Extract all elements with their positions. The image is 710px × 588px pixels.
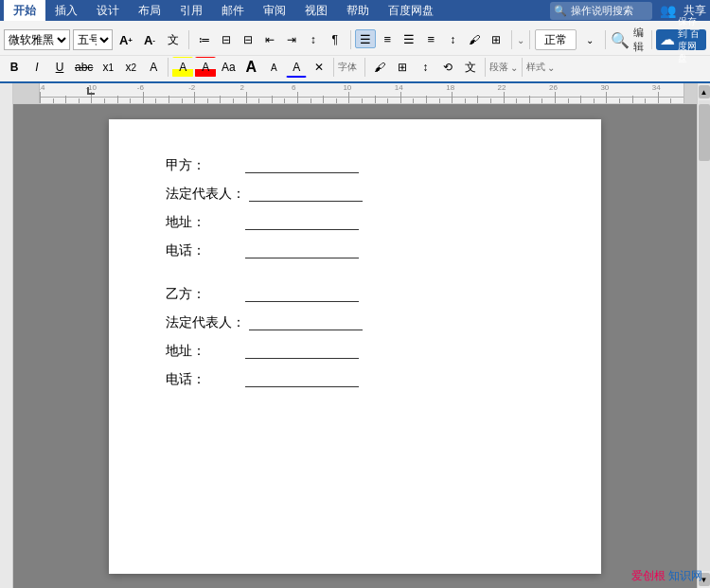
text-direction-btn[interactable]: ⟲ — [437, 57, 458, 78]
party-b-value[interactable] — [245, 286, 359, 302]
save-label: 保存到 百度网盘 — [678, 15, 702, 64]
multilevel-list-btn[interactable]: ⊟ — [238, 29, 258, 50]
tab-baidu-disk[interactable]: 百度网盘 — [379, 0, 443, 21]
sep1 — [188, 30, 189, 49]
section-gap — [166, 271, 544, 286]
scroll-thumb[interactable] — [699, 104, 710, 161]
party-a-rep-value[interactable] — [249, 186, 363, 202]
paragraph-expand-icon[interactable]: ⌄ — [517, 35, 524, 45]
scrollbar-vertical[interactable]: ▲ ▼ — [697, 83, 710, 588]
subscript-btn[interactable]: x1 — [98, 57, 118, 78]
styles-expand2-icon[interactable]: ⌄ — [547, 62, 555, 73]
document-scroll-area[interactable]: 甲方： 法定代表人： 地址： — [13, 104, 697, 588]
save-icon: ☁ — [660, 30, 675, 50]
font-large-btn[interactable]: A — [240, 57, 261, 78]
title-tabs: 开始 插入 设计 布局 引用 邮件 审阅 视图 帮助 百度网盘 — [4, 0, 443, 21]
tab-start[interactable]: 开始 — [4, 0, 45, 21]
borders-btn[interactable]: ⊞ — [486, 29, 506, 50]
search-icon: 🔍 — [554, 5, 567, 17]
strikethrough-btn[interactable]: abc — [72, 57, 96, 78]
tab-mail[interactable]: 邮件 — [212, 0, 254, 21]
party-a-addr-label: 地址： — [166, 214, 241, 231]
ribbon-area: 微软雅黑 五号 A+ A- 文 ≔ ⊟ ⊟ ⇤ ⇥ ↕ ¶ ☰ — [0, 21, 710, 83]
clear-format-btn[interactable]: ✕ — [309, 57, 329, 78]
show-formatting-btn[interactable]: ¶ — [325, 29, 346, 50]
bold-btn[interactable]: B — [4, 57, 25, 78]
edit-label: 编辑 — [633, 26, 647, 54]
font-select[interactable]: 微软雅黑 — [4, 29, 70, 50]
tab-design[interactable]: 设计 — [87, 0, 129, 21]
title-bar: 开始 插入 设计 布局 引用 邮件 审阅 视图 帮助 百度网盘 🔍 操作说明搜索… — [0, 0, 710, 21]
font-size-select[interactable]: 五号 — [73, 29, 113, 50]
underline-btn[interactable]: U — [49, 57, 70, 78]
font-size-decrease-btn[interactable]: A- — [139, 29, 160, 50]
justify-btn[interactable]: ≡ — [420, 29, 441, 48]
party-a-tel-value[interactable] — [245, 242, 359, 258]
chinese-layout-btn[interactable]: 文 — [460, 57, 481, 78]
party-b-addr-value[interactable] — [245, 343, 359, 359]
sep3 — [511, 30, 512, 49]
align-center-btn[interactable]: ≡ — [377, 29, 398, 48]
styles-group-label: 样式 — [526, 61, 545, 74]
tab-help[interactable]: 帮助 — [337, 0, 379, 21]
sep6 — [651, 30, 652, 49]
watermark-text1: 爱创根 — [631, 569, 666, 582]
tab-layout[interactable]: 布局 — [129, 0, 170, 21]
ruler-ticks: -14-10-6-22610141822263034 — [40, 83, 683, 103]
paragraph-shade-btn[interactable]: 🖌 — [464, 29, 485, 50]
line-spacing-btn[interactable]: ↕ — [442, 29, 463, 50]
highlight-btn[interactable]: A — [172, 57, 193, 78]
italic-btn[interactable]: I — [27, 57, 47, 78]
font-small-btn[interactable]: A — [263, 57, 284, 78]
ruler-right-end — [683, 83, 697, 103]
decrease-indent-btn[interactable]: ⇤ — [259, 29, 280, 50]
font-color2-btn[interactable]: A — [286, 57, 307, 78]
party-b-rep-value[interactable] — [249, 314, 363, 330]
party-a-label: 甲方： — [166, 157, 241, 174]
align-left-btn[interactable]: ☰ — [355, 29, 376, 48]
unordered-list-btn[interactable]: ≔ — [194, 29, 215, 50]
scroll-up-btn[interactable]: ▲ — [699, 85, 710, 98]
align-right-btn[interactable]: ☰ — [399, 29, 419, 48]
search-box[interactable]: 🔍 操作说明搜索 — [550, 2, 652, 20]
party-a-section: 甲方： 法定代表人： 地址： — [166, 157, 544, 259]
paragraph-group-label: 段落 — [489, 61, 508, 74]
increase-indent-btn[interactable]: ⇥ — [281, 29, 302, 50]
party-b-label: 乙方： — [166, 286, 241, 303]
text-color-btn[interactable]: A — [195, 57, 216, 78]
para-spacing-btn[interactable]: ↕ — [415, 57, 435, 78]
show-font-dialog-btn[interactable]: 文 — [163, 29, 184, 50]
tab-insert[interactable]: 插入 — [45, 0, 87, 21]
ordered-list-btn[interactable]: ⊟ — [216, 29, 237, 50]
toolbar-row2: B I U abc x1 x2 A A A Aa A A A ✕ 字体 🖌 ⊞ … — [0, 56, 710, 80]
text-effects-btn[interactable]: A — [143, 57, 164, 78]
styles-box[interactable]: 正常 — [535, 29, 577, 50]
party-a-value[interactable] — [245, 157, 359, 173]
share-button[interactable]: 👥 — [660, 3, 676, 18]
party-b-addr-line: 地址： — [166, 343, 544, 360]
content-area: -14-10-6-22610141822263034 甲方： — [0, 83, 710, 588]
edit-search-btn[interactable]: 🔍 — [610, 29, 630, 50]
sep2 — [350, 30, 351, 49]
shading-btn[interactable]: 🖌 — [369, 57, 390, 78]
party-a-tel-line: 电话： — [166, 242, 544, 259]
scroll-track[interactable] — [699, 100, 710, 571]
party-a-addr-value[interactable] — [245, 214, 359, 230]
party-a-rep-label: 法定代表人： — [166, 186, 245, 203]
paragraph-expand2-icon[interactable]: ⌄ — [510, 62, 518, 73]
list-buttons: ≔ ⊟ ⊟ ⇤ ⇥ ↕ ¶ — [194, 29, 346, 50]
tab-view[interactable]: 视图 — [295, 0, 337, 21]
font-size-increase-btn[interactable]: A+ — [115, 29, 136, 50]
save-baidu-btn[interactable]: ☁ 保存到 百度网盘 — [656, 29, 706, 50]
toolbar-row1: 微软雅黑 五号 A+ A- 文 ≔ ⊟ ⊟ ⇤ ⇥ ↕ ¶ ☰ — [0, 23, 710, 56]
superscript-btn[interactable]: x2 — [120, 57, 141, 78]
party-b-tel-value[interactable] — [245, 371, 359, 387]
align-buttons: ☰ ≡ ☰ ≡ ↕ 🖌 ⊞ — [355, 29, 506, 50]
tab-reference[interactable]: 引用 — [170, 0, 212, 21]
tab-review[interactable]: 审阅 — [254, 0, 295, 21]
party-b-section: 乙方： 法定代表人： 地址： — [166, 286, 544, 388]
styles-expand-btn[interactable]: ⌄ — [579, 29, 600, 50]
border-btn[interactable]: ⊞ — [392, 57, 413, 78]
font-case-btn[interactable]: Aa — [218, 57, 239, 78]
sort-btn[interactable]: ↕ — [303, 29, 324, 50]
